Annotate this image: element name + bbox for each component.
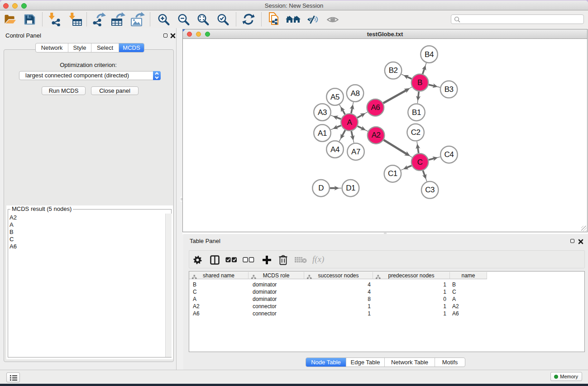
svg-text:A2: A2 bbox=[372, 131, 381, 139]
svg-text:A7: A7 bbox=[351, 148, 360, 156]
svg-text:A: A bbox=[347, 118, 353, 127]
svg-text:C3: C3 bbox=[425, 186, 435, 194]
svg-text:D1: D1 bbox=[346, 184, 355, 192]
svg-text:C1: C1 bbox=[388, 169, 397, 178]
svg-text:C2: C2 bbox=[411, 128, 421, 137]
svg-text:A6: A6 bbox=[371, 103, 380, 112]
svg-text:C: C bbox=[417, 158, 423, 167]
svg-text:B3: B3 bbox=[445, 85, 454, 94]
svg-text:A3: A3 bbox=[318, 108, 327, 117]
svg-text:A8: A8 bbox=[351, 89, 360, 98]
svg-text:A4: A4 bbox=[330, 145, 339, 154]
svg-text:B4: B4 bbox=[425, 50, 434, 59]
svg-text:A5: A5 bbox=[330, 93, 339, 101]
svg-text:A1: A1 bbox=[318, 129, 327, 138]
svg-text:B2: B2 bbox=[389, 66, 398, 75]
svg-text:B: B bbox=[417, 78, 422, 87]
svg-text:D: D bbox=[318, 184, 324, 192]
svg-text:C4: C4 bbox=[445, 150, 454, 159]
svg-text:B1: B1 bbox=[412, 108, 421, 117]
